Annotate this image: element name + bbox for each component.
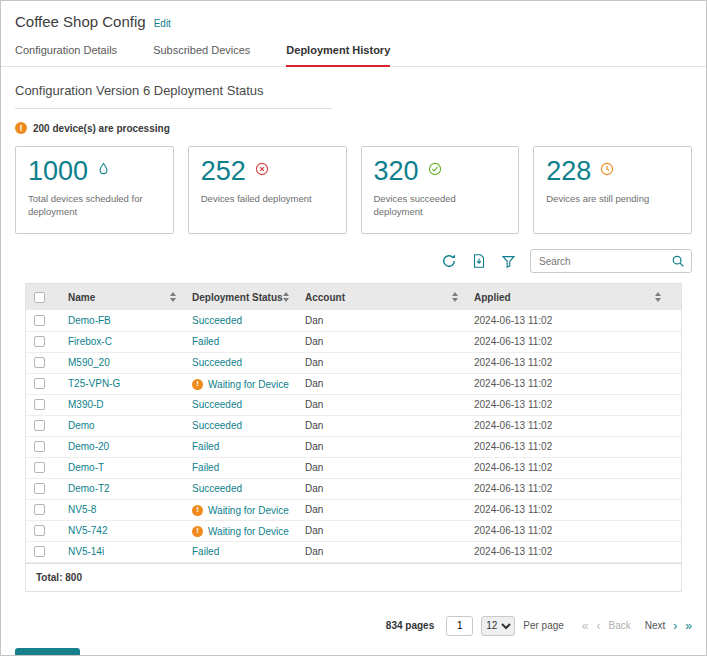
row-checkbox[interactable] [34, 441, 45, 452]
deployment-status-link[interactable]: Succeeded [192, 483, 242, 494]
table-row: NV5-14i Failed Dan 2024-06-13 11:02 [26, 541, 681, 562]
deployment-status-link[interactable]: Failed [192, 462, 219, 473]
filter-icon[interactable] [501, 254, 516, 269]
failed-circle-icon [255, 162, 269, 176]
select-all-checkbox[interactable] [34, 292, 45, 303]
row-checkbox[interactable] [34, 315, 45, 326]
tab-bar: Configuration Details Subscribed Devices… [1, 44, 706, 67]
row-checkbox[interactable] [34, 357, 45, 368]
device-name-link[interactable]: Demo-T2 [68, 483, 110, 494]
row-checkbox[interactable] [34, 336, 45, 347]
device-name-link[interactable]: Demo [68, 420, 95, 431]
stat-value-total: 1000 [28, 157, 88, 187]
section-title-wrap: Configuration Version 6 Deployment Statu… [15, 81, 332, 109]
applied-cell: 2024-06-13 11:02 [466, 499, 669, 520]
row-checkbox[interactable] [34, 546, 45, 557]
applied-cell: 2024-06-13 11:02 [466, 415, 669, 436]
applied-cell: 2024-06-13 11:02 [466, 352, 669, 373]
page-header: Coffee Shop Config Edit [1, 1, 706, 30]
device-name-link[interactable]: NV5-8 [68, 504, 96, 515]
row-spacer [669, 499, 681, 520]
pagination: 834 pages 12 Per page « ‹ Back Next › » [15, 616, 692, 636]
prev-page-button[interactable]: Back [609, 620, 631, 631]
column-header-spacer [669, 284, 681, 310]
deployment-status-link[interactable]: Waiting for Device [208, 505, 289, 516]
sort-icon[interactable] [170, 292, 176, 302]
row-spacer [669, 436, 681, 457]
table-row: T25-VPN-G Waiting for Device Dan 2024-06… [26, 373, 681, 394]
deployment-status-link[interactable]: Succeeded [192, 357, 242, 368]
next-page-icon[interactable]: › [673, 620, 677, 632]
page-number-input[interactable] [446, 616, 473, 636]
row-checkbox[interactable] [34, 462, 45, 473]
last-page-icon[interactable]: » [685, 620, 692, 632]
per-page-select[interactable]: 12 [481, 616, 515, 636]
prev-page-icon[interactable]: ‹ [597, 620, 601, 632]
row-checkbox[interactable] [34, 525, 45, 536]
first-page-icon[interactable]: « [582, 620, 589, 632]
deployment-status-link[interactable]: Succeeded [192, 399, 242, 410]
table-row: Demo-20 Failed Dan 2024-06-13 11:02 [26, 436, 681, 457]
status-warning-icon [192, 379, 203, 390]
stat-value-failed: 252 [201, 157, 246, 187]
processing-notice-text: 200 device(s) are processing [33, 123, 170, 134]
device-name-link[interactable]: NV5-14i [68, 546, 104, 557]
stat-card-failed: 252 Devices failed deployment [188, 146, 347, 234]
status-warning-icon [192, 505, 203, 516]
account-cell: Dan [297, 520, 466, 541]
search-input[interactable] [530, 249, 692, 273]
refresh-icon[interactable] [441, 253, 457, 269]
tab-subscribed-devices[interactable]: Subscribed Devices [153, 44, 250, 66]
row-spacer [669, 415, 681, 436]
device-name-link[interactable]: Demo-FB [68, 315, 111, 326]
column-header-account[interactable]: Account [297, 284, 466, 310]
pending-clock-icon [600, 162, 614, 176]
column-header-applied[interactable]: Applied [466, 284, 669, 310]
deployment-status-link[interactable]: Failed [192, 336, 219, 347]
row-checkbox[interactable] [34, 483, 45, 494]
row-checkbox[interactable] [34, 420, 45, 431]
device-name-link[interactable]: M590_20 [68, 357, 110, 368]
sort-icon[interactable] [452, 292, 458, 302]
device-name-link[interactable]: M390-D [68, 399, 104, 410]
edit-link[interactable]: Edit [154, 18, 171, 29]
deployment-status-link[interactable]: Succeeded [192, 315, 242, 326]
device-name-link[interactable]: T25-VPN-G [68, 378, 120, 389]
deployment-status-link[interactable]: Waiting for Device [208, 526, 289, 537]
deployment-status-link[interactable]: Waiting for Device [208, 379, 289, 390]
next-page-button[interactable]: Next [645, 620, 666, 631]
deployment-status-link[interactable]: Succeeded [192, 420, 242, 431]
device-name-link[interactable]: Firebox-C [68, 336, 112, 347]
applied-cell: 2024-06-13 11:02 [466, 310, 669, 331]
export-csv-icon[interactable] [471, 253, 487, 269]
account-cell: Dan [297, 415, 466, 436]
tab-deployment-history[interactable]: Deployment History [286, 44, 390, 67]
row-spacer [669, 310, 681, 331]
row-checkbox[interactable] [34, 378, 45, 389]
table-total: Total: 800 [26, 563, 681, 591]
row-checkbox[interactable] [34, 504, 45, 515]
device-name-link[interactable]: Demo-T [68, 462, 104, 473]
column-header-deployment-status[interactable]: Deployment Status [184, 284, 297, 310]
column-header-name[interactable]: Name [60, 284, 184, 310]
row-checkbox[interactable] [34, 399, 45, 410]
sort-icon[interactable] [655, 292, 661, 302]
sort-icon[interactable] [283, 292, 289, 302]
back-button[interactable]: BACK [15, 648, 80, 656]
deployment-status-link[interactable]: Failed [192, 441, 219, 452]
stat-value-pending: 228 [546, 157, 591, 187]
pages-count: 834 pages [386, 620, 434, 631]
search-icon[interactable] [671, 254, 685, 268]
section-title: Configuration Version 6 Deployment Statu… [15, 83, 264, 98]
account-cell: Dan [297, 373, 466, 394]
account-cell: Dan [297, 352, 466, 373]
applied-cell: 2024-06-13 11:02 [466, 520, 669, 541]
device-name-link[interactable]: Demo-20 [68, 441, 109, 452]
device-name-link[interactable]: NV5-742 [68, 525, 107, 536]
tab-configuration-details[interactable]: Configuration Details [15, 44, 117, 66]
applied-cell: 2024-06-13 11:02 [466, 394, 669, 415]
deployment-status-link[interactable]: Failed [192, 546, 219, 557]
stat-cards: 1000 Total devices scheduled for deploym… [15, 146, 692, 234]
row-spacer [669, 394, 681, 415]
table-row: NV5-8 Waiting for Device Dan 2024-06-13 … [26, 499, 681, 520]
